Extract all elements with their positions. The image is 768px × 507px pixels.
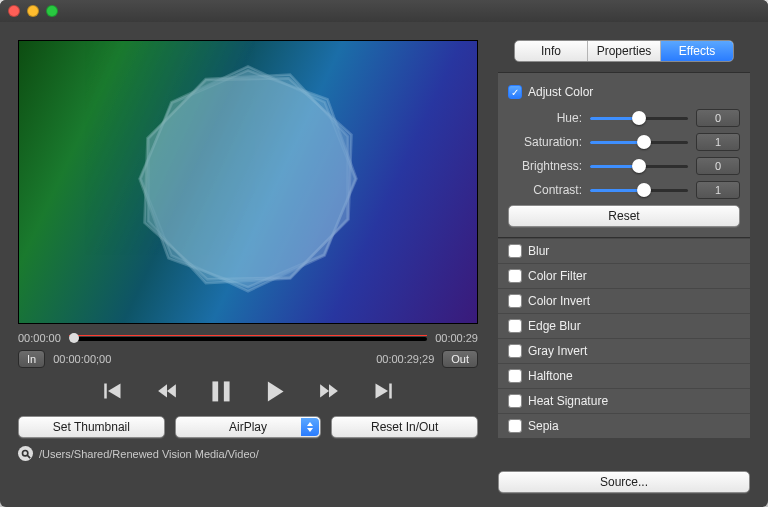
svg-marker-10	[268, 381, 284, 401]
svg-marker-5	[108, 384, 121, 399]
effect-row[interactable]: Heat Signature	[498, 388, 750, 413]
effect-row[interactable]: Sepia	[498, 413, 750, 438]
slider-row: Saturation:1	[508, 133, 740, 151]
out-timecode: 00:00:29;29	[376, 353, 434, 365]
titlebar[interactable]	[0, 0, 768, 22]
inspector-panel: Info Properties Effects ✓ Adjust Color H…	[490, 22, 768, 507]
svg-rect-9	[224, 381, 230, 401]
slider[interactable]	[590, 183, 688, 197]
fast-forward-icon[interactable]	[319, 382, 339, 400]
slider-value[interactable]: 1	[696, 181, 740, 199]
effect-label: Halftone	[528, 369, 573, 383]
slider-value[interactable]: 0	[696, 109, 740, 127]
pause-icon[interactable]	[211, 382, 231, 400]
close-icon[interactable]	[8, 5, 20, 17]
preview-artwork	[87, 51, 409, 307]
tab-effects[interactable]: Effects	[661, 41, 733, 61]
airplay-popup[interactable]: AirPlay	[175, 416, 322, 438]
effect-label: Gray Invert	[528, 344, 587, 358]
rewind-icon[interactable]	[157, 382, 177, 400]
effect-row[interactable]: Blur	[498, 238, 750, 263]
effect-row[interactable]: Gray Invert	[498, 338, 750, 363]
svg-rect-14	[389, 384, 392, 399]
slider-label: Contrast:	[508, 183, 582, 197]
reset-button[interactable]: Reset	[508, 205, 740, 227]
adjust-color-check-row[interactable]: ✓ Adjust Color	[508, 81, 740, 103]
svg-marker-6	[158, 384, 167, 397]
slider[interactable]	[590, 135, 688, 149]
svg-marker-11	[320, 384, 329, 397]
slider-row: Brightness:0	[508, 157, 740, 175]
svg-line-16	[27, 455, 30, 458]
slider[interactable]	[590, 159, 688, 173]
slider-row: Contrast:1	[508, 181, 740, 199]
slider-row: Hue:0	[508, 109, 740, 127]
slider[interactable]	[590, 111, 688, 125]
svg-marker-7	[167, 384, 176, 397]
in-timecode: 00:00:00;00	[53, 353, 111, 365]
adjust-color-panel: ✓ Adjust Color Hue:0Saturation:1Brightne…	[498, 72, 750, 238]
effect-checkbox[interactable]	[508, 244, 522, 258]
out-button[interactable]: Out	[442, 350, 478, 368]
tab-info[interactable]: Info	[515, 41, 588, 61]
skip-start-icon[interactable]	[103, 382, 123, 400]
adjust-color-checkbox[interactable]: ✓	[508, 85, 522, 99]
effect-label: Color Invert	[528, 294, 590, 308]
scrubber-thumb[interactable]	[69, 333, 79, 343]
in-button[interactable]: In	[18, 350, 45, 368]
effects-list: BlurColor FilterColor InvertEdge BlurGra…	[498, 238, 750, 438]
minimize-icon[interactable]	[27, 5, 39, 17]
effect-checkbox[interactable]	[508, 319, 522, 333]
skip-end-icon[interactable]	[373, 382, 393, 400]
file-path: /Users/Shared/Renewed Vision Media/Video…	[39, 448, 259, 460]
effect-label: Heat Signature	[528, 394, 608, 408]
svg-rect-8	[212, 381, 218, 401]
inspector-tabs: Info Properties Effects	[514, 40, 734, 62]
video-panel: 00:00:00 00:00:29 In 00:00:00;00 00:00:2…	[0, 22, 490, 507]
set-thumbnail-button[interactable]: Set Thumbnail	[18, 416, 165, 438]
svg-marker-13	[376, 384, 389, 399]
scrubber[interactable]	[69, 333, 427, 343]
reset-inout-button[interactable]: Reset In/Out	[331, 416, 478, 438]
svg-marker-3	[103, 51, 394, 307]
slider-value[interactable]: 1	[696, 133, 740, 151]
time-start: 00:00:00	[18, 332, 61, 344]
effect-checkbox[interactable]	[508, 344, 522, 358]
tab-properties[interactable]: Properties	[588, 41, 661, 61]
effect-checkbox[interactable]	[508, 294, 522, 308]
video-preview[interactable]	[18, 40, 478, 324]
slider-thumb[interactable]	[632, 111, 646, 125]
effect-label: Sepia	[528, 419, 559, 433]
slider-thumb[interactable]	[632, 159, 646, 173]
time-end: 00:00:29	[435, 332, 478, 344]
effect-label: Blur	[528, 244, 549, 258]
effect-label: Edge Blur	[528, 319, 581, 333]
effect-row[interactable]: Color Filter	[498, 263, 750, 288]
window: 00:00:00 00:00:29 In 00:00:00;00 00:00:2…	[0, 0, 768, 507]
effect-checkbox[interactable]	[508, 394, 522, 408]
zoom-icon[interactable]	[46, 5, 58, 17]
svg-marker-12	[329, 384, 338, 397]
effect-checkbox[interactable]	[508, 269, 522, 283]
effect-label: Color Filter	[528, 269, 587, 283]
effect-checkbox[interactable]	[508, 369, 522, 383]
slider-value[interactable]: 0	[696, 157, 740, 175]
slider-label: Saturation:	[508, 135, 582, 149]
airplay-label: AirPlay	[229, 420, 267, 434]
slider-thumb[interactable]	[637, 183, 651, 197]
slider-thumb[interactable]	[637, 135, 651, 149]
effect-row[interactable]: Halftone	[498, 363, 750, 388]
play-icon[interactable]	[265, 382, 285, 400]
svg-rect-4	[104, 384, 107, 399]
reveal-icon[interactable]	[18, 446, 33, 461]
effect-checkbox[interactable]	[508, 419, 522, 433]
svg-point-15	[22, 450, 27, 455]
transport-controls	[18, 382, 478, 400]
effect-row[interactable]: Color Invert	[498, 288, 750, 313]
popup-arrows-icon	[301, 418, 319, 436]
source-button[interactable]: Source...	[498, 471, 750, 493]
effect-row[interactable]: Edge Blur	[498, 313, 750, 338]
slider-label: Hue:	[508, 111, 582, 125]
slider-label: Brightness:	[508, 159, 582, 173]
adjust-color-label: Adjust Color	[528, 85, 593, 99]
